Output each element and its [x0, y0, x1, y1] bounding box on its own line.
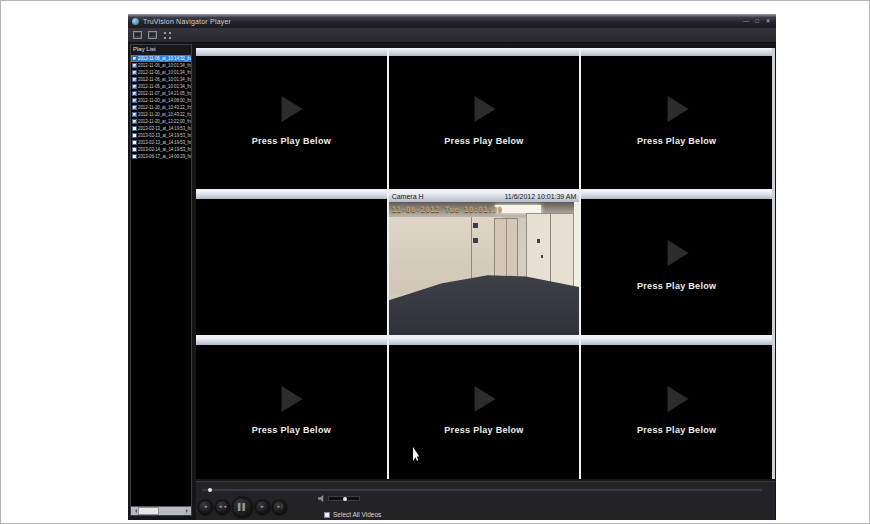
app-icon [132, 18, 139, 25]
playback-control-bar: ◄ ◄◄ ▌▌ ► ►| [196, 481, 775, 520]
playlist-item-label: 2013-06-17_at_14:00:29_from_Cam [138, 154, 191, 159]
playlist-item[interactable]: 2012-11-20_at_12:22:00_from_Cam [131, 118, 191, 125]
playlist-item-checkbox[interactable] [132, 98, 137, 103]
playlist-item[interactable]: 2012-11-06_at_10:14:32_from_Cam [131, 55, 191, 62]
video-tile-r2c3[interactable]: Press Play Below [581, 191, 772, 335]
playlist-item[interactable]: 2013-02-13_at_14:19:53_from_Cam [131, 132, 191, 139]
transport-button[interactable]: ►| [272, 500, 287, 515]
video-tile-r3c1[interactable]: Press Play Below [196, 337, 387, 479]
playlist-item-label: 2012-11-06_at_10:01:34_from_Cam [138, 84, 191, 89]
snapshot-icon[interactable] [133, 31, 142, 39]
playlist-item[interactable]: 2013-02-13_at_14:19:53_from_Cam [131, 125, 191, 132]
maximize-button[interactable]: □ [753, 17, 761, 25]
display-icon[interactable] [148, 31, 157, 39]
close-button[interactable]: ✕ [764, 17, 772, 25]
playlist-item-label: 2012-11-06_at_10:01:34_from_IPCa [138, 77, 191, 82]
transport-button-glyph: ◄◄ [218, 505, 227, 510]
transport-button[interactable]: ◄◄ [215, 500, 230, 515]
select-all-checkbox[interactable] [324, 512, 330, 518]
video-tile-r2c2-camera-h[interactable]: Camera H 11/6/2012 10:01:39 AM [389, 191, 580, 335]
volume-thumb[interactable] [343, 497, 347, 501]
seek-thumb[interactable] [208, 488, 212, 492]
playlist-scrollbar[interactable] [131, 506, 191, 515]
screenshot-canvas: TruVision Navigator Player — □ ✕ Play Li… [0, 0, 870, 524]
scroll-left-icon[interactable] [131, 507, 138, 515]
playlist-item[interactable]: 2012-11-20_at_14:08:00_from_Cam [131, 97, 191, 104]
press-play-label: Press Play Below [389, 136, 580, 146]
playlist-item-checkbox[interactable] [132, 126, 137, 131]
video-tile-r1c1[interactable]: Press Play Below [196, 48, 387, 189]
tile-header: Camera H 11/6/2012 10:01:39 AM [389, 191, 580, 202]
playlist-item[interactable]: 2012-11-07_at_14:21:05_from_Cam [131, 90, 191, 97]
playlist-scrollbar-thumb[interactable] [138, 507, 159, 515]
video-tile-r2c1-empty[interactable] [196, 191, 387, 335]
play-watermark-icon [667, 240, 688, 266]
playlist-item-checkbox[interactable] [132, 133, 137, 138]
playlist-item-checkbox[interactable] [132, 119, 137, 124]
video-grid: Press Play Below Press Play Below Press … [196, 48, 775, 479]
play-watermark-icon [475, 386, 496, 412]
select-all-videos[interactable]: Select All Videos [324, 511, 381, 518]
playlist-item-checkbox[interactable] [132, 154, 137, 159]
window-controls: — □ ✕ [742, 17, 772, 25]
playlist-item[interactable]: 2012-11-06_at_10:01:34_from_IPCa [131, 76, 191, 83]
playlist-item[interactable]: 2012-11-20_at_10:43:22_from_Cam [131, 111, 191, 118]
volume-control [318, 495, 360, 502]
playlist-item-checkbox[interactable] [132, 112, 137, 117]
playlist-item-label: 2012-11-06_at_10:01:34_from_Cam [138, 63, 191, 68]
playlist-item-checkbox[interactable] [132, 140, 137, 145]
playlist-item[interactable]: 2012-11-06_at_10:01:34_from_Cam [131, 69, 191, 76]
playlist-item-checkbox[interactable] [132, 84, 137, 89]
video-tile-r3c3[interactable]: Press Play Below [581, 337, 772, 479]
fullscreen-icon[interactable] [163, 31, 172, 40]
press-play-label: Press Play Below [581, 425, 772, 435]
video-tile-r1c2[interactable]: Press Play Below [389, 48, 580, 189]
tile-header [581, 48, 772, 56]
transport-button[interactable]: ◄ [198, 500, 213, 515]
playlist-scrollbar-track[interactable] [138, 507, 184, 515]
playlist-item-checkbox[interactable] [132, 70, 137, 75]
transport-button[interactable]: ► [255, 500, 270, 515]
playlist-item-checkbox[interactable] [132, 147, 137, 152]
tile-header [581, 191, 772, 199]
camera-name: Camera H [392, 193, 424, 200]
camera-timestamp: 11/6/2012 10:01:39 AM [504, 193, 576, 200]
scroll-right-icon[interactable] [184, 507, 191, 515]
playlist-item[interactable]: 2012-11-06_at_10:01:34_from_Cam [131, 83, 191, 90]
transport-button[interactable]: ▌▌ [232, 497, 253, 518]
play-watermark-icon [475, 96, 496, 122]
minimize-button[interactable]: — [742, 17, 750, 25]
playlist-item-label: 2012-11-07_at_14:21:05_from_Cam [138, 91, 191, 96]
playlist-item-label: 2013-02-13_at_14:19:53_from_Cam [138, 133, 191, 138]
toolbar [128, 28, 776, 43]
playlist-item-checkbox[interactable] [132, 91, 137, 96]
playlist-item-checkbox[interactable] [132, 56, 137, 61]
playlist-item-label: 2012-11-20_at_14:08:00_from_Cam [138, 98, 191, 103]
window-title: TruVision Navigator Player [143, 18, 231, 25]
volume-slider[interactable] [328, 496, 360, 501]
playlist-item[interactable]: 2013-02-13_at_14:19:53_from_IPCa [131, 139, 191, 146]
tile-header [389, 337, 580, 345]
playlist-header: Play List [131, 45, 191, 55]
playlist-item[interactable]: 2013-06-17_at_14:00:29_from_Cam [131, 153, 191, 160]
playlist-items: 2012-11-06_at_10:14:32_from_Cam 2012-11-… [131, 55, 191, 506]
tile-header [196, 337, 387, 345]
press-play-label: Press Play Below [581, 136, 772, 146]
seek-slider[interactable] [202, 489, 762, 491]
playlist-item[interactable]: 2012-11-06_at_10:01:34_from_Cam [131, 62, 191, 69]
playlist-item-checkbox[interactable] [132, 63, 137, 68]
playlist-item-checkbox[interactable] [132, 77, 137, 82]
playlist-item-checkbox[interactable] [132, 105, 137, 110]
transport-buttons: ◄ ◄◄ ▌▌ ► ►| [198, 495, 287, 519]
playlist-item-label: 2013-02-13_at_14:19:53_from_IPCa [138, 140, 191, 145]
transport-button-glyph: ►| [277, 505, 283, 510]
playlist-item[interactable]: 2012-11-20_at_10:43:22_from_Cam [131, 104, 191, 111]
camera-feed: 11-06-2012 Tue 10:01:39 [389, 202, 580, 335]
select-all-label: Select All Videos [333, 511, 381, 518]
press-play-label: Press Play Below [581, 281, 772, 291]
transport-button-glyph: ◄ [203, 505, 207, 510]
app-window: TruVision Navigator Player — □ ✕ Play Li… [128, 14, 776, 520]
playlist-item[interactable]: 2013-02-14_at_14:19:53_from_Cam [131, 146, 191, 153]
video-tile-r1c3[interactable]: Press Play Below [581, 48, 772, 189]
tile-header [389, 48, 580, 56]
